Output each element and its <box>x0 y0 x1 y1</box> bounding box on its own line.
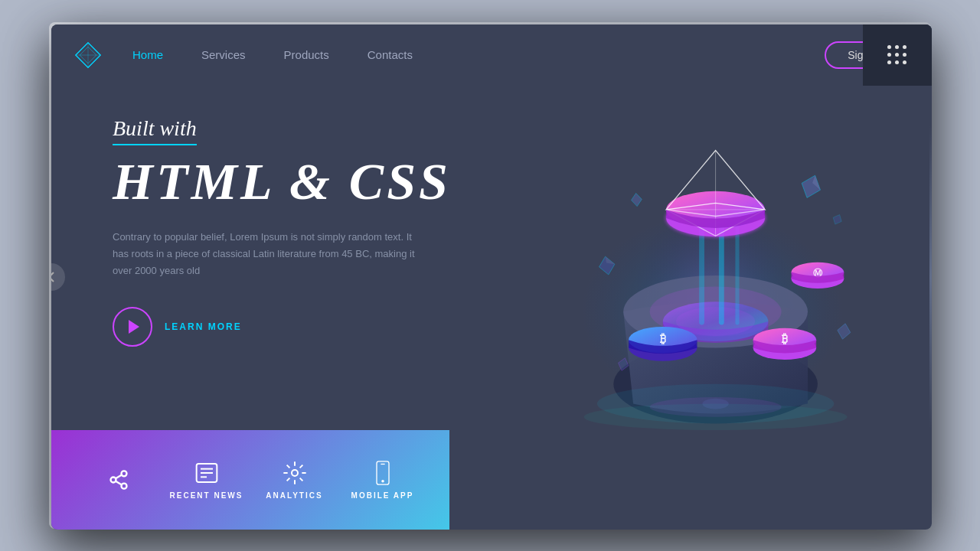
share-icon <box>108 469 129 491</box>
svg-line-45 <box>116 475 122 479</box>
logo-icon[interactable] <box>74 41 102 69</box>
recent-news-icon <box>194 461 219 485</box>
right-glow-decoration <box>929 126 932 429</box>
navbar: Home Services Products Contacts Sign Up <box>51 24 932 86</box>
svg-text:₿: ₿ <box>782 332 788 345</box>
svg-text:₿: ₿ <box>660 332 666 345</box>
svg-point-50 <box>292 470 298 476</box>
learn-more-group: LEARN MORE <box>113 307 499 347</box>
analytics-icon <box>283 461 307 485</box>
analytics-label: ANALYTICS <box>266 491 322 500</box>
mobile-app-group[interactable]: MOBILE APP <box>338 461 426 500</box>
svg-point-37 <box>584 404 848 430</box>
nav-products[interactable]: Products <box>284 48 329 61</box>
svg-marker-27 <box>798 172 825 201</box>
share-icon-group <box>74 469 162 491</box>
hero-illustration: ₿ ₿ Ⓜ <box>499 101 886 430</box>
play-icon <box>129 320 139 334</box>
svg-line-44 <box>116 481 122 485</box>
nav-services[interactable]: Services <box>201 48 246 61</box>
hero-title: HTML & CSS <box>113 153 499 210</box>
dots-grid-icon <box>887 45 907 65</box>
mobile-app-icon <box>372 461 394 485</box>
bottom-bar: RECENT NEWS ANALYTICS MOBILE APP <box>51 430 449 530</box>
menu-dots-panel[interactable] <box>863 24 932 86</box>
svg-marker-34 <box>831 213 844 227</box>
mobile-app-label: MOBILE APP <box>351 491 414 500</box>
svg-point-41 <box>121 471 126 476</box>
svg-point-42 <box>110 478 116 483</box>
analytics-group[interactable]: ANALYTICS <box>250 461 338 500</box>
crypto-scene-svg: ₿ ₿ Ⓜ <box>499 101 886 430</box>
hero-description: Contrary to popular belief, Lorem Ipsum … <box>113 229 419 279</box>
learn-more-label: LEARN MORE <box>165 321 242 332</box>
nav-contacts[interactable]: Contacts <box>368 48 413 61</box>
recent-news-label: RECENT NEWS <box>170 491 243 500</box>
svg-point-53 <box>381 479 384 482</box>
hero-subtitle: Built with <box>113 116 197 145</box>
nav-home[interactable]: Home <box>132 48 163 61</box>
play-button[interactable] <box>113 307 152 347</box>
svg-point-43 <box>121 484 126 489</box>
svg-marker-32 <box>631 193 642 207</box>
hero-left: Built with HTML & CSS Contrary to popula… <box>113 101 499 430</box>
recent-news-group[interactable]: RECENT NEWS <box>162 461 250 500</box>
hero-section: Built with HTML & CSS Contrary to popula… <box>51 86 932 430</box>
nav-links: Home Services Products Contacts <box>132 48 825 62</box>
